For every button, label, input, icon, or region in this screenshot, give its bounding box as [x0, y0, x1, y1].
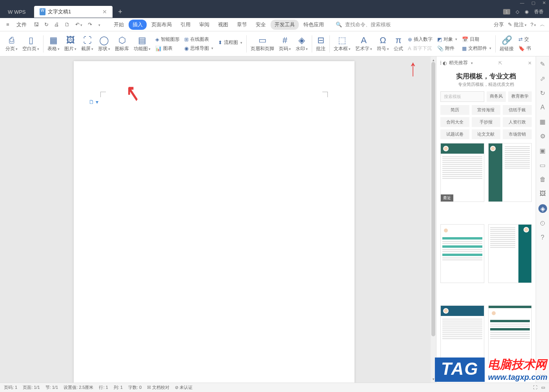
- status-row[interactable]: 行: 1: [99, 385, 108, 390]
- scroll-down-icon[interactable]: ▾: [433, 377, 434, 381]
- maximize-button[interactable]: ▢: [531, 0, 535, 5]
- menu-review[interactable]: 审阅: [195, 20, 213, 30]
- folder-icon[interactable]: ▣: [540, 147, 545, 154]
- ribbon-online-chart[interactable]: ⊞在线图表: [184, 36, 213, 43]
- pencil-icon[interactable]: ✎: [540, 60, 545, 68]
- scroll-thumb[interactable]: [431, 62, 435, 336]
- ribbon-date[interactable]: 📅日期: [462, 36, 491, 43]
- template-search-input[interactable]: 搜索模板: [440, 91, 484, 102]
- ribbon-shape[interactable]: ◯形状▾: [96, 34, 113, 53]
- template-item[interactable]: [488, 143, 532, 202]
- format-painter-icon[interactable]: ▾: [95, 20, 103, 29]
- status-page[interactable]: 页码: 1: [4, 385, 17, 390]
- status-setting[interactable]: 设置值: 2.5厘米: [64, 385, 93, 390]
- ribbon-smart-art[interactable]: ◈智能图形: [155, 36, 180, 43]
- ribbon-attachment[interactable]: 📎附件: [437, 45, 457, 52]
- menu-insert[interactable]: 插入: [129, 20, 147, 30]
- ribbon-wordart[interactable]: A艺术字▾: [353, 34, 374, 53]
- status-pages[interactable]: 页面: 1/1: [23, 385, 40, 390]
- close-button[interactable]: ✕: [542, 0, 546, 5]
- minimize-button[interactable]: —: [520, 0, 524, 5]
- document-tab[interactable]: W 文字文稿1 ✕: [34, 6, 113, 18]
- menu-references[interactable]: 引用: [176, 20, 195, 30]
- user-name[interactable]: 香香: [534, 9, 544, 15]
- trash-icon[interactable]: 🗑: [540, 176, 546, 183]
- ribbon-page-number[interactable]: #页码▾: [276, 34, 293, 53]
- menu-chapter[interactable]: 章节: [233, 20, 251, 30]
- status-check[interactable]: ☒ 文档校对: [147, 385, 169, 390]
- ribbon-feature-diagram[interactable]: ▤功能图▾: [131, 34, 153, 53]
- menu-developer[interactable]: 开发工具: [271, 20, 299, 30]
- menu-page-layout[interactable]: 页面布局: [147, 20, 176, 30]
- ribbon-textbox[interactable]: ⬚文本框▾: [331, 34, 353, 53]
- ribbon-hyperlink[interactable]: 🔗超链接: [497, 34, 516, 53]
- panel-close-icon[interactable]: ✕: [528, 60, 532, 66]
- template-item[interactable]: [440, 224, 484, 283]
- template-toggle-icon[interactable]: ◈: [538, 204, 547, 213]
- share-button[interactable]: 分享: [494, 21, 504, 28]
- ribbon-docparts[interactable]: ▦文档部件▾: [462, 45, 491, 52]
- close-tab-button[interactable]: ✕: [102, 9, 107, 15]
- ribbon-table[interactable]: ▦表格▾: [45, 34, 62, 53]
- document-page[interactable]: 🗋 ▾: [74, 61, 354, 383]
- annotate-button[interactable]: ✎ 批注▾: [508, 21, 527, 28]
- ribbon-blank-page[interactable]: ▯空白页▾: [20, 34, 42, 53]
- suitcase-icon[interactable]: ▭: [540, 162, 545, 169]
- save-icon[interactable]: 🖫: [31, 20, 41, 29]
- skin-icon[interactable]: ◇: [516, 9, 519, 15]
- ribbon-picture[interactable]: 🖼图片▾: [62, 34, 79, 53]
- app-home-tab[interactable]: W WPS: [0, 7, 34, 17]
- tag-exam[interactable]: 试题试卷: [440, 129, 469, 139]
- tag-contract[interactable]: 合同大全: [440, 117, 469, 127]
- tag-marketing[interactable]: 市场营销: [503, 129, 532, 139]
- menu-start[interactable]: 开始: [110, 20, 128, 30]
- status-words[interactable]: 字数: 0: [128, 385, 142, 390]
- ribbon-chart[interactable]: 📊图表: [155, 45, 180, 52]
- template-item[interactable]: [440, 305, 484, 364]
- search-placeholder[interactable]: 查找命令、搜索模板: [345, 21, 391, 28]
- document-canvas[interactable]: 🗋 ▾ ↖ ↑: [0, 56, 431, 383]
- menu-security[interactable]: 安全: [252, 20, 270, 30]
- saveas-icon[interactable]: ↻: [42, 20, 51, 29]
- cursor-icon[interactable]: ⬀: [540, 75, 545, 82]
- ribbon-icon-library[interactable]: ⬡图标库: [113, 34, 131, 53]
- scroll-up-icon[interactable]: ▴: [433, 58, 434, 62]
- tag-paper[interactable]: 论文文献: [472, 129, 501, 139]
- tag-resume[interactable]: 简历: [440, 105, 469, 115]
- menu-file[interactable]: 文件: [13, 20, 31, 30]
- search-tag-education[interactable]: 教育教学: [508, 91, 532, 102]
- preview-icon[interactable]: 🗋: [62, 20, 72, 29]
- ribbon-comment[interactable]: ⊟批注: [314, 34, 328, 53]
- new-tab-button[interactable]: +: [113, 8, 128, 16]
- template-item[interactable]: [488, 305, 532, 364]
- ribbon-header-footer[interactable]: ▭页眉和页脚: [248, 34, 276, 53]
- user-avatar-icon[interactable]: ◉: [525, 9, 529, 15]
- question-icon[interactable]: ?: [541, 234, 544, 241]
- template-item[interactable]: [488, 224, 532, 283]
- tag-poster[interactable]: 宣传海报: [472, 105, 501, 115]
- more-icon[interactable]: ⋯: [540, 371, 546, 379]
- ribbon-bookmark[interactable]: 🔖书: [518, 45, 531, 52]
- status-col[interactable]: 列: 1: [114, 385, 123, 390]
- status-section[interactable]: 节: 1/1: [45, 385, 58, 390]
- print-icon[interactable]: 🖨: [52, 20, 62, 29]
- ribbon-object[interactable]: ◩对象▾: [437, 36, 457, 43]
- grid-icon[interactable]: ▦: [540, 118, 545, 125]
- panel-undock-icon[interactable]: ⇱: [498, 60, 502, 66]
- ribbon-screenshot[interactable]: ⛶截屏▾: [79, 34, 96, 53]
- search-icon[interactable]: 🔍: [333, 20, 344, 29]
- undo-icon[interactable]: ↶▾: [73, 20, 85, 29]
- ribbon-watermark[interactable]: ◈水印▾: [293, 34, 310, 53]
- status-auth[interactable]: ⊘ 未认证: [175, 385, 193, 390]
- search-tag-business[interactable]: 商务风: [487, 91, 506, 102]
- ribbon-formula[interactable]: π公式: [391, 34, 405, 53]
- view-mode-icon[interactable]: ▭: [541, 385, 545, 390]
- page-options-icon[interactable]: 🗋 ▾: [89, 99, 98, 105]
- template-item[interactable]: 最近: [440, 143, 484, 202]
- redo-icon[interactable]: ↷: [85, 20, 95, 29]
- text-icon[interactable]: A: [540, 104, 545, 111]
- vertical-scrollbar[interactable]: ▴ ▾: [431, 56, 436, 383]
- ribbon-crossref[interactable]: ⇄交: [518, 36, 531, 43]
- image-icon[interactable]: 🖼: [540, 190, 546, 197]
- collapse-ribbon-icon[interactable]: ︿: [540, 21, 545, 28]
